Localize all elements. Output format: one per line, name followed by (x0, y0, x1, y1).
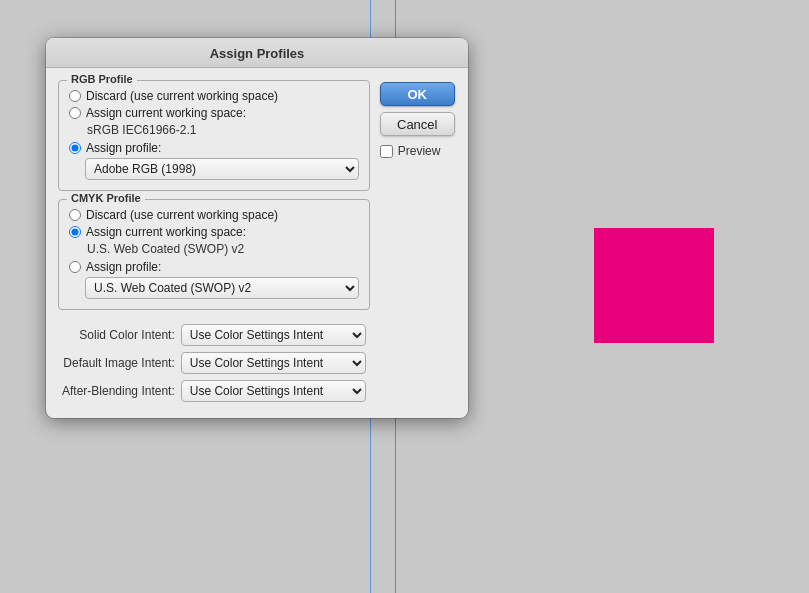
solid-color-intent-row: Solid Color Intent: Use Color Settings I… (62, 324, 366, 346)
rgb-profile-section: RGB Profile Discard (use current working… (58, 80, 370, 191)
dialog-right-column: OK Cancel Preview (380, 80, 456, 406)
preview-checkbox[interactable] (380, 145, 393, 158)
dialog-left-column: RGB Profile Discard (use current working… (58, 80, 370, 406)
cmyk-discard-radio[interactable] (69, 209, 81, 221)
cmyk-assign-radio[interactable] (69, 261, 81, 273)
rgb-assign-radio[interactable] (69, 142, 81, 154)
ok-button[interactable]: OK (380, 82, 455, 106)
rgb-option2-row: Assign current working space: (69, 106, 359, 120)
dialog-body: RGB Profile Discard (use current working… (46, 68, 468, 418)
dialog-title: Assign Profiles (46, 38, 468, 68)
rgb-assign-label: Assign profile: (86, 141, 161, 155)
preview-label: Preview (398, 144, 441, 158)
cmyk-option3-row: Assign profile: (69, 260, 359, 274)
rgb-option3-row: Assign profile: (69, 141, 359, 155)
cmyk-working-space-value: U.S. Web Coated (SWOP) v2 (87, 242, 359, 256)
blend-intent-label: After-Blending Intent: (62, 384, 175, 398)
rgb-section-label: RGB Profile (67, 73, 137, 85)
cancel-button[interactable]: Cancel (380, 112, 455, 136)
intent-section: Solid Color Intent: Use Color Settings I… (58, 318, 370, 406)
cmyk-section-label: CMYK Profile (67, 192, 145, 204)
cmyk-working-radio[interactable] (69, 226, 81, 238)
rgb-discard-radio[interactable] (69, 90, 81, 102)
cmyk-profile-select[interactable]: U.S. Web Coated (SWOP) v2 Coated FOGRA39… (85, 277, 359, 299)
after-blending-intent-row: After-Blending Intent: Use Color Setting… (62, 380, 366, 402)
rgb-working-space-value: sRGB IEC61966-2.1 (87, 123, 359, 137)
default-image-intent-row: Default Image Intent: Use Color Settings… (62, 352, 366, 374)
cmyk-discard-label: Discard (use current working space) (86, 208, 278, 222)
cmyk-profile-section: CMYK Profile Discard (use current workin… (58, 199, 370, 310)
image-intent-select[interactable]: Use Color Settings Intent Perceptual Sat… (181, 352, 366, 374)
cmyk-option1-row: Discard (use current working space) (69, 208, 359, 222)
rgb-profile-select[interactable]: Adobe RGB (1998) sRGB IEC61966-2.1 ProPh… (85, 158, 359, 180)
solid-intent-label: Solid Color Intent: (79, 328, 174, 342)
rgb-option1-row: Discard (use current working space) (69, 89, 359, 103)
pink-square (594, 228, 714, 343)
preview-row: Preview (380, 144, 441, 158)
cmyk-working-label: Assign current working space: (86, 225, 246, 239)
solid-intent-select[interactable]: Use Color Settings Intent Perceptual Sat… (181, 324, 366, 346)
cmyk-assign-label: Assign profile: (86, 260, 161, 274)
cmyk-option2-row: Assign current working space: (69, 225, 359, 239)
rgb-working-label: Assign current working space: (86, 106, 246, 120)
assign-profiles-dialog: Assign Profiles RGB Profile Discard (use… (46, 38, 468, 418)
rgb-working-radio[interactable] (69, 107, 81, 119)
blend-intent-select[interactable]: Use Color Settings Intent Perceptual Sat… (181, 380, 366, 402)
image-intent-label: Default Image Intent: (63, 356, 174, 370)
rgb-discard-label: Discard (use current working space) (86, 89, 278, 103)
